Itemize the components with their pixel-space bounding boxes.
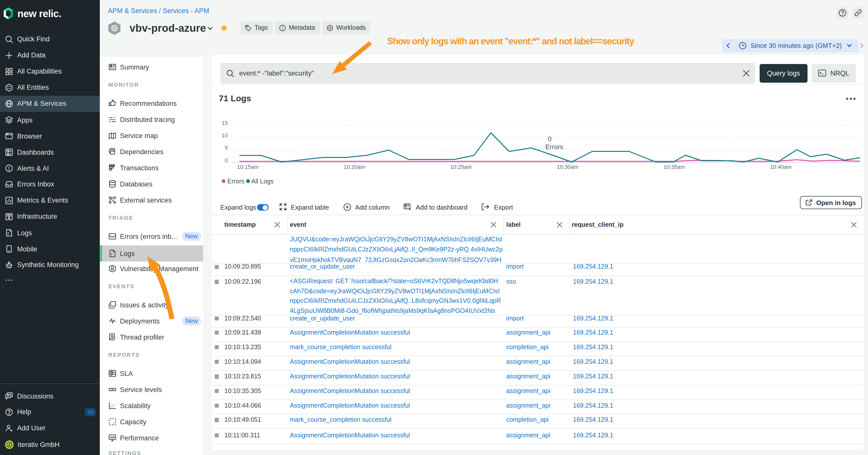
svg-text:Errors: Errors	[546, 143, 563, 151]
svg-text:10:25am: 10:25am	[450, 164, 472, 170]
svg-text:10:30am: 10:30am	[557, 164, 579, 170]
svg-text:10: 10	[222, 132, 228, 138]
svg-text:10:15am: 10:15am	[237, 164, 258, 170]
svg-text:10:35am: 10:35am	[663, 164, 685, 170]
svg-text:15: 15	[222, 120, 228, 126]
svg-text:10:40am: 10:40am	[770, 164, 792, 170]
svg-text:10:20am: 10:20am	[343, 164, 365, 170]
svg-text:0: 0	[225, 157, 228, 163]
svg-text:0: 0	[548, 135, 552, 142]
svg-text:Errors: Errors	[227, 177, 245, 185]
svg-text:5: 5	[225, 144, 228, 151]
svg-text:All Logs: All Logs	[251, 177, 274, 185]
